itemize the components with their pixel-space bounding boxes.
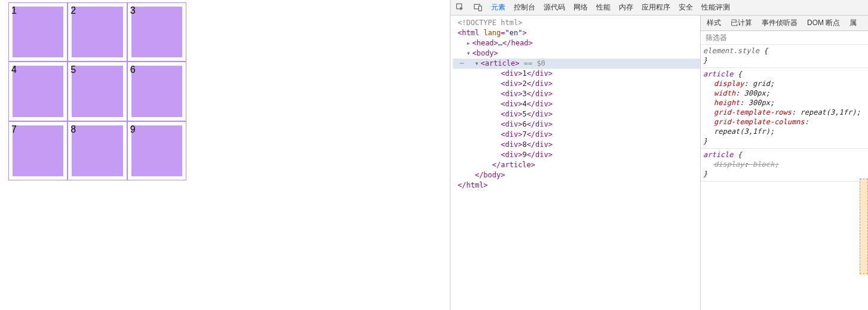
grid-cell: 4: [8, 62, 68, 121]
grid-article: 1 2 3 4 5 6 7 8 9: [8, 2, 186, 180]
tab-audits[interactable]: 性能评测: [701, 0, 730, 16]
grid-cell: 9: [127, 121, 186, 180]
styles-filter-row: [701, 31, 868, 45]
dom-body-open[interactable]: ▾<body>: [453, 48, 700, 59]
tab-performance[interactable]: 性能: [596, 0, 611, 16]
styles-filter-input[interactable]: [701, 31, 868, 44]
stab-dom-breakpoints[interactable]: DOM 断点: [807, 16, 840, 31]
grid-cell: 5: [68, 62, 127, 121]
inspect-element-icon[interactable]: [455, 3, 465, 13]
dom-div[interactable]: <div>1</div>: [453, 69, 700, 79]
svg-rect-2: [479, 6, 481, 11]
stab-properties[interactable]: 属: [849, 16, 857, 31]
rendered-page: 1 2 3 4 5 6 7 8 9: [0, 0, 450, 310]
grid-cell-label: 2: [70, 5, 76, 16]
dom-doctype[interactable]: <!DOCTYPE html>: [453, 18, 700, 28]
box-model-clipped: [860, 179, 868, 274]
stab-styles[interactable]: 样式: [707, 16, 721, 31]
grid-cell-label: 7: [11, 124, 17, 134]
dom-div[interactable]: <div>5</div>: [453, 109, 700, 119]
dom-html-open[interactable]: <html lang="en">: [453, 28, 700, 38]
grid-cell: 6: [127, 62, 186, 121]
grid-cell: 8: [68, 121, 127, 180]
dom-div[interactable]: <div>2</div>: [453, 79, 700, 89]
grid-cell-label: 6: [130, 65, 136, 75]
dom-head[interactable]: ▸<head>…</head>: [453, 38, 700, 48]
dom-body-close[interactable]: </body>: [453, 170, 700, 180]
grid-cell-label: 3: [130, 5, 136, 16]
devtools-panel: 元素 控制台 源代码 网络 性能 内存 应用程序 安全 性能评测 <!DOCTY…: [450, 0, 868, 310]
devtools-tabbar: 元素 控制台 源代码 网络 性能 内存 应用程序 安全 性能评测: [450, 0, 868, 16]
styles-tabbar: 样式 已计算 事件侦听器 DOM 断点 属: [701, 16, 868, 31]
dom-article-open[interactable]: ⋯ ▾<article> == $0: [453, 59, 700, 69]
rule-article[interactable]: article { display: grid; width: 300px; h…: [701, 68, 868, 149]
dom-div[interactable]: <div>6</div>: [453, 119, 700, 130]
dom-div[interactable]: <div>7</div>: [453, 130, 700, 140]
tab-application[interactable]: 应用程序: [642, 0, 670, 16]
tab-elements[interactable]: 元素: [491, 0, 505, 16]
styles-panel: 样式 已计算 事件侦听器 DOM 断点 属 element.style { } …: [701, 16, 868, 310]
grid-cell: 2: [68, 2, 127, 62]
grid-cell-label: 8: [70, 124, 76, 134]
stab-listeners[interactable]: 事件侦听器: [762, 16, 798, 31]
grid-cell: 3: [127, 2, 186, 62]
grid-cell-label: 9: [130, 124, 136, 134]
devtools-body: <!DOCTYPE html> <html lang="en"> ▸<head>…: [450, 16, 868, 310]
dom-div[interactable]: <div>9</div>: [453, 150, 700, 160]
dom-article-close[interactable]: </article>: [453, 160, 700, 170]
tab-sources[interactable]: 源代码: [544, 0, 565, 16]
dom-tree[interactable]: <!DOCTYPE html> <html lang="en"> ▸<head>…: [450, 16, 701, 310]
rule-article-ua[interactable]: article { display: block; }: [701, 149, 868, 182]
grid-cell-label: 4: [11, 65, 17, 75]
root: 1 2 3 4 5 6 7 8 9 元素 控制台 源代码 网络 性能 内存 应: [0, 0, 868, 310]
rule-element-style[interactable]: element.style { }: [701, 45, 868, 68]
dom-html-close[interactable]: </html>: [453, 180, 700, 191]
tab-network[interactable]: 网络: [573, 0, 588, 16]
grid-cell: 1: [8, 2, 68, 62]
tab-console[interactable]: 控制台: [514, 0, 535, 16]
grid-cell: 7: [8, 121, 68, 180]
device-toggle-icon[interactable]: [473, 3, 483, 13]
grid-cell-label: 5: [70, 65, 76, 75]
grid-cell-label: 1: [11, 5, 17, 16]
tab-memory[interactable]: 内存: [619, 0, 633, 16]
stab-computed[interactable]: 已计算: [731, 16, 752, 31]
dom-div[interactable]: <div>3</div>: [453, 89, 700, 99]
tab-security[interactable]: 安全: [679, 0, 693, 16]
dom-div[interactable]: <div>8</div>: [453, 140, 700, 150]
dom-div[interactable]: <div>4</div>: [453, 99, 700, 109]
